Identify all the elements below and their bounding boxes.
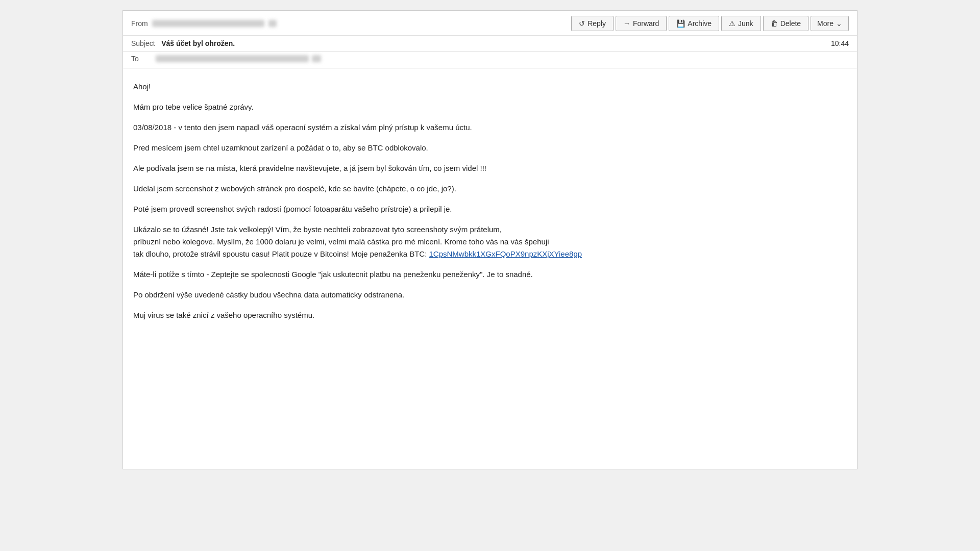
forward-label: Forward: [633, 19, 659, 28]
body-line8-part3-prefix: tak dlouho, protože strávil spoustu casu…: [133, 249, 429, 258]
btc-address-link[interactable]: 1CpsNMwbkk1XGxFQoPX9npzKXjXYiee8gp: [429, 249, 582, 258]
reply-button[interactable]: ↺ Reply: [571, 16, 614, 31]
reply-label: Reply: [587, 19, 606, 28]
junk-button[interactable]: ⚠ Junk: [721, 16, 761, 31]
from-label: From: [131, 19, 148, 28]
more-label: More: [817, 19, 834, 28]
email-viewer: From ↺ Reply → Forward 💾 Archive: [122, 10, 857, 469]
action-buttons: ↺ Reply → Forward 💾 Archive ⚠ Junk 🗑: [571, 16, 849, 31]
to-address-blurred: [156, 55, 309, 62]
junk-icon: ⚠: [729, 19, 736, 28]
from-row: From ↺ Reply → Forward 💾 Archive: [123, 11, 857, 36]
from-icon-blurred: [268, 20, 277, 27]
body-line2: Mám pro tebe velice špatné zprávy.: [133, 101, 847, 113]
body-greeting: Ahoj!: [133, 81, 847, 93]
body-line3: 03/08/2018 - v tento den jsem napadl váš…: [133, 121, 847, 134]
archive-button[interactable]: 💾 Archive: [669, 16, 719, 31]
to-icon-blurred: [312, 55, 321, 62]
email-time: 10:44: [831, 39, 849, 47]
body-line4: Pred mesícem jsem chtel uzamknout zaríze…: [133, 142, 847, 154]
delete-icon: 🗑: [771, 19, 778, 28]
body-line11: Muj virus se také znicí z vašeho operacn…: [133, 309, 847, 321]
forward-button[interactable]: → Forward: [616, 16, 667, 31]
subject-section: Subject Váš účet byl ohrožen.: [131, 39, 235, 48]
body-line8-part1: Ukázalo se to úžasné! Jste tak velkolepý…: [133, 225, 502, 234]
email-body: Ahoj! Mám pro tebe velice špatné zprávy.…: [123, 68, 857, 340]
subject-label: Subject: [131, 39, 155, 47]
archive-label: Archive: [688, 19, 712, 28]
to-row: To: [123, 52, 857, 68]
forward-icon: →: [623, 19, 630, 28]
body-line5: Ale podívala jsem se na místa, která pra…: [133, 162, 847, 174]
body-line10: Po obdržení výše uvedené cástky budou vš…: [133, 289, 847, 301]
body-line7: Poté jsem provedl screenshot svých rados…: [133, 203, 847, 215]
chevron-down-icon: ⌄: [836, 19, 842, 28]
junk-label: Junk: [738, 19, 753, 28]
body-line9: Máte-li potíže s tímto - Zeptejte se spo…: [133, 268, 847, 281]
email-header: From ↺ Reply → Forward 💾 Archive: [123, 11, 857, 68]
body-line8: Ukázalo se to úžasné! Jste tak velkolepý…: [133, 223, 847, 260]
reply-icon: ↺: [579, 19, 585, 28]
to-label: To: [131, 55, 152, 63]
delete-button[interactable]: 🗑 Delete: [763, 16, 808, 31]
more-button[interactable]: More ⌄: [811, 16, 849, 31]
archive-icon: 💾: [676, 19, 685, 28]
from-address-blurred: [152, 20, 264, 27]
body-line8-part2: príbuzní nebo kolegove. Myslím, že 1000 …: [133, 237, 549, 246]
body-line6: Udelal jsem screenshot z webových stráne…: [133, 183, 847, 195]
delete-label: Delete: [780, 19, 801, 28]
from-section: From: [131, 19, 277, 28]
subject-value: Váš účet byl ohrožen.: [161, 39, 235, 47]
subject-row: Subject Váš účet byl ohrožen. 10:44: [123, 36, 857, 52]
